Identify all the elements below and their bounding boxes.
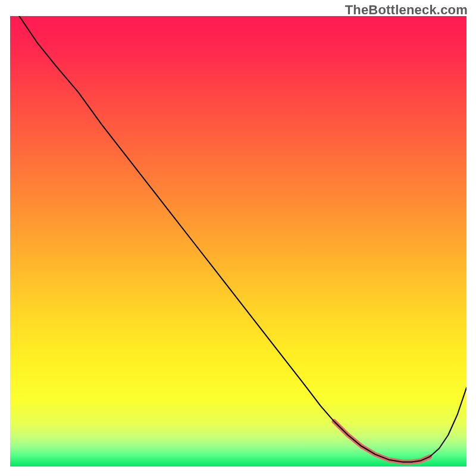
bottleneck-curve [19, 16, 466, 462]
valley-highlight [334, 421, 430, 462]
chart-container: TheBottleneck.com [0, 0, 476, 476]
curve-layer [10, 16, 466, 466]
plot-area [10, 16, 466, 466]
